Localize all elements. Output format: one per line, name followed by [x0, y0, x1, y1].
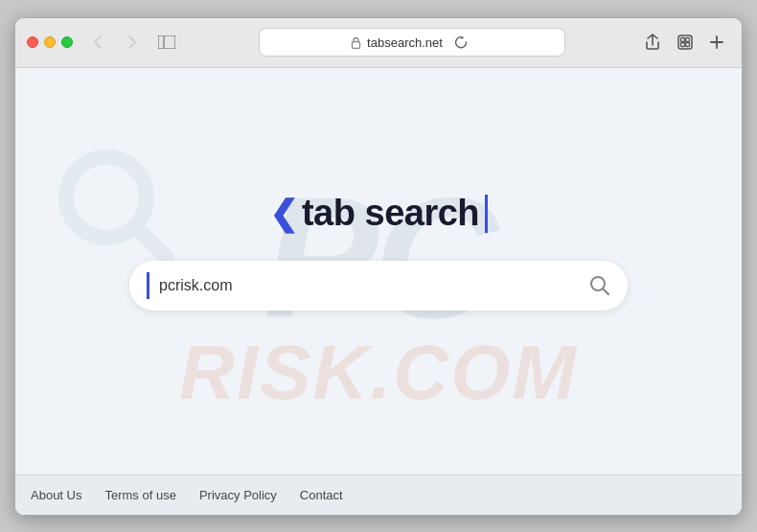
- traffic-lights: [27, 36, 73, 48]
- maximize-button[interactable]: [61, 36, 73, 48]
- share-button[interactable]: [638, 29, 667, 56]
- footer-privacy[interactable]: Privacy Policy: [199, 488, 277, 502]
- main-area: ❮ tab search pcrisk.com: [15, 68, 742, 474]
- page-content: PC RISK.COM ❮ tab search pcrisk.com: [15, 68, 742, 515]
- browser-window: tabsearch.net: [14, 17, 743, 516]
- footer-contact[interactable]: Contact: [300, 488, 343, 502]
- svg-rect-2: [353, 41, 360, 48]
- svg-rect-7: [686, 43, 690, 47]
- svg-rect-0: [158, 35, 175, 49]
- toolbar-right: [638, 29, 730, 56]
- sidebar-button[interactable]: [153, 29, 180, 56]
- url-text: tabsearch.net: [367, 35, 443, 50]
- search-input[interactable]: pcrisk.com: [159, 277, 580, 294]
- title-cursor: [485, 195, 488, 233]
- minimize-button[interactable]: [44, 36, 56, 48]
- svg-rect-4: [681, 38, 685, 42]
- footer-terms[interactable]: Terms of use: [104, 488, 175, 502]
- svg-rect-5: [686, 38, 690, 42]
- address-bar[interactable]: tabsearch.net: [259, 28, 565, 57]
- new-tab-button[interactable]: [703, 29, 730, 56]
- tab-overview-button[interactable]: [671, 29, 700, 56]
- svg-rect-6: [681, 43, 685, 47]
- site-title: ❮ tab search: [269, 193, 488, 234]
- address-bar-area: tabsearch.net: [194, 28, 631, 57]
- svg-line-13: [604, 289, 609, 295]
- title-text: tab search: [302, 193, 479, 234]
- search-cursor: [147, 272, 149, 299]
- reload-button[interactable]: [448, 30, 473, 55]
- search-icon[interactable]: [589, 275, 610, 296]
- footer-about-us[interactable]: About Us: [31, 488, 81, 502]
- search-box[interactable]: pcrisk.com: [129, 261, 628, 311]
- lock-icon: [351, 36, 361, 49]
- back-button[interactable]: [84, 29, 111, 56]
- forward-button[interactable]: [119, 29, 146, 56]
- close-button[interactable]: [27, 36, 38, 48]
- footer: About Us Terms of use Privacy Policy Con…: [15, 474, 742, 515]
- title-bar: tabsearch.net: [15, 18, 742, 68]
- title-chevron: ❮: [269, 197, 298, 231]
- svg-rect-3: [678, 35, 692, 49]
